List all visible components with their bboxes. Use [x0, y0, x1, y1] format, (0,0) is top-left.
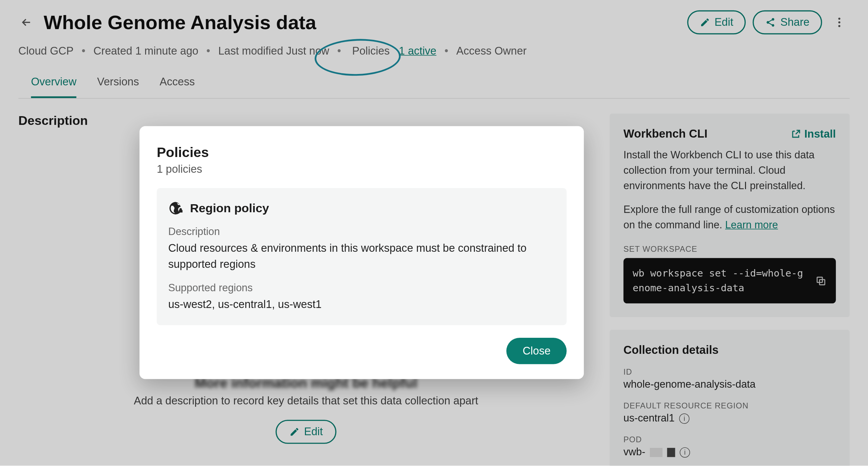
policy-card: Region policy Description Cloud resource…: [157, 188, 567, 325]
modal-count: 1 policies: [157, 163, 567, 175]
policies-modal: Policies 1 policies Region policy Descri…: [140, 126, 584, 379]
policy-desc-value: Cloud resources & environments in this w…: [168, 240, 555, 272]
policy-name: Region policy: [190, 201, 269, 215]
close-button[interactable]: Close: [507, 337, 567, 364]
globe-lock-icon: [168, 201, 183, 216]
policy-regions-value: us-west2, us-central1, us-west1: [168, 297, 555, 312]
policy-regions-label: Supported regions: [168, 282, 555, 294]
policy-desc-label: Description: [168, 226, 555, 238]
modal-title: Policies: [157, 145, 567, 161]
modal-overlay[interactable]: Policies 1 policies Region policy Descri…: [0, 0, 868, 466]
